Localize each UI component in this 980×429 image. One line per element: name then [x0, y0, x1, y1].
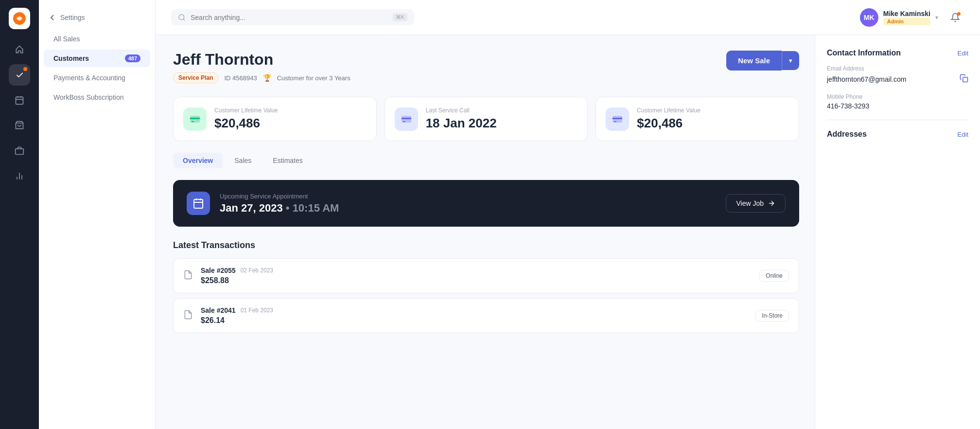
right-panel: Contact Information Edit Email Address j… — [815, 35, 980, 429]
email-label: Email Address — [827, 65, 968, 72]
sidebar-back-label: Settings — [60, 14, 85, 21]
stats-row: Customer Lifetime Value $20,486 Last Ser… — [173, 97, 799, 141]
tab-sales[interactable]: Sales — [225, 153, 261, 168]
email-value: jeffthornton67@gmail.com — [827, 75, 906, 83]
txn-info-2: Sale #2041 01 Feb 2023 $26.14 — [201, 306, 748, 325]
txn-amount-2: $26.14 — [201, 316, 748, 325]
address-edit-link[interactable]: Edit — [958, 131, 968, 138]
sidebar-item-label: Payments & Accounting — [53, 74, 125, 82]
svg-rect-9 — [403, 121, 405, 122]
user-menu-chevron-icon: ▾ — [935, 14, 938, 21]
stat-info: Customer Lifetime Value $20,486 — [214, 107, 278, 131]
stat-icon-lifetime-2 — [606, 107, 629, 131]
customer-name: Jeff Thornton — [173, 51, 350, 69]
search-input[interactable] — [191, 14, 388, 21]
svg-rect-11 — [612, 118, 622, 119]
txn-badge-2: In-Store — [755, 310, 789, 322]
tab-overview[interactable]: Overview — [173, 153, 223, 168]
appointment-separator: • — [286, 202, 293, 214]
panel-divider — [827, 120, 968, 120]
address-section-header: Addresses Edit — [827, 130, 968, 139]
bell-notification-dot — [957, 12, 961, 16]
transaction-item-2[interactable]: Sale #2041 01 Feb 2023 $26.14 In-Store — [173, 298, 799, 333]
user-name: Mike Kaminski — [883, 10, 930, 18]
appointment-label: Upcoming Service Appointment — [220, 193, 716, 200]
new-sale-button[interactable]: New Sale — [726, 51, 782, 71]
appointment-datetime: Jan 27, 2023 • 10:15 AM — [220, 202, 716, 214]
sidebar-item-all-sales[interactable]: All Sales — [44, 30, 150, 48]
tabs-row: Overview Sales Estimates — [173, 153, 799, 168]
contact-title: Contact Information — [827, 49, 901, 57]
transaction-item-1[interactable]: Sale #2055 02 Feb 2023 $258.88 Online — [173, 258, 799, 293]
txn-top-2: Sale #2041 01 Feb 2023 — [201, 306, 748, 314]
card-icon-2 — [401, 113, 412, 125]
appointment-icon — [187, 192, 210, 215]
stat-label-3: Customer Lifetime Value — [637, 107, 700, 114]
arrow-right-icon — [768, 199, 775, 207]
stat-icon-lifetime — [183, 107, 207, 131]
view-job-button[interactable]: View Job — [726, 194, 786, 213]
svg-rect-12 — [614, 121, 616, 122]
briefcase-icon[interactable] — [9, 140, 30, 161]
stat-label: Customer Lifetime Value — [214, 107, 278, 114]
stat-info-2: Last Service Call 18 Jan 2022 — [426, 107, 497, 131]
svg-rect-1 — [16, 97, 23, 104]
sidebar-item-payments[interactable]: Payments & Accounting — [44, 69, 150, 87]
stat-card-lifetime-value-2: Customer Lifetime Value $20,486 — [595, 97, 799, 141]
txn-sale-num-1: Sale #2055 — [201, 267, 236, 274]
phone-row: 416-738-3293 — [827, 102, 968, 110]
customer-id: ID 4568943 — [224, 74, 257, 82]
sidebar-item-label: Customers — [53, 54, 89, 62]
stat-card-lifetime-value: Customer Lifetime Value $20,486 — [173, 97, 377, 141]
content: Jeff Thornton Service Plan ID 4568943 🏆 … — [156, 35, 980, 429]
sidebar-item-workboss[interactable]: WorkBoss Subscription — [44, 89, 150, 106]
appointment-info: Upcoming Service Appointment Jan 27, 202… — [220, 193, 716, 214]
svg-rect-6 — [192, 121, 194, 122]
appointment-card: Upcoming Service Appointment Jan 27, 202… — [173, 180, 799, 227]
home-icon[interactable] — [9, 39, 30, 60]
sidebar: Settings All Sales Customers 487 Payment… — [39, 0, 156, 429]
stat-value-2: 18 Jan 2022 — [426, 116, 497, 131]
svg-rect-14 — [963, 77, 968, 82]
txn-sale-num-2: Sale #2041 — [201, 306, 236, 314]
txn-amount-1: $258.88 — [201, 276, 752, 285]
new-sale-wrap: New Sale ▾ — [726, 51, 799, 71]
email-row: jeffthornton67@gmail.com — [827, 74, 968, 85]
contact-edit-link[interactable]: Edit — [958, 50, 968, 57]
customer-info: Jeff Thornton Service Plan ID 4568943 🏆 … — [173, 51, 350, 83]
customer-years: Customer for over 3 Years — [277, 74, 350, 82]
service-plan-tag: Service Plan — [173, 72, 218, 83]
svg-point-3 — [179, 15, 184, 20]
stat-label-2: Last Service Call — [426, 107, 497, 114]
copy-email-icon[interactable] — [960, 74, 968, 85]
trophy-icon: 🏆 — [263, 74, 271, 82]
cart-icon[interactable] — [9, 115, 30, 136]
user-menu[interactable]: MK Mike Kaminski Admin ▾ — [860, 8, 938, 27]
txn-badge-1: Online — [759, 270, 789, 282]
notifications-bell[interactable] — [946, 8, 964, 27]
stat-card-last-service: Last Service Call 18 Jan 2022 — [385, 97, 588, 141]
search-bar[interactable]: ⌘K — [171, 9, 414, 25]
tasks-badge — [23, 67, 27, 71]
search-shortcut: ⌘K — [393, 13, 407, 21]
svg-rect-8 — [402, 118, 411, 119]
chart-icon[interactable] — [9, 165, 30, 187]
txn-info-1: Sale #2055 02 Feb 2023 $258.88 — [201, 267, 752, 285]
calendar-appt-icon — [192, 197, 204, 209]
tasks-icon[interactable] — [9, 64, 30, 86]
calendar-icon[interactable] — [9, 89, 30, 111]
content-main: Jeff Thornton Service Plan ID 4568943 🏆 … — [156, 35, 815, 429]
sidebar-item-customers[interactable]: Customers 487 — [44, 50, 150, 67]
avatar: MK — [860, 8, 878, 27]
sidebar-back-button[interactable]: Settings — [39, 10, 155, 29]
sidebar-item-label: All Sales — [53, 35, 80, 43]
txn-top-1: Sale #2055 02 Feb 2023 — [201, 267, 752, 274]
tab-estimates[interactable]: Estimates — [263, 153, 312, 168]
txn-date-1: 02 Feb 2023 — [241, 267, 273, 274]
user-info: Mike Kaminski Admin — [883, 10, 930, 25]
customers-badge: 487 — [125, 54, 140, 62]
stat-info-3: Customer Lifetime Value $20,486 — [637, 107, 700, 131]
phone-field: Mobile Phone 416-738-3293 — [827, 93, 968, 110]
user-role: Admin — [883, 18, 930, 25]
new-sale-dropdown-button[interactable]: ▾ — [782, 51, 799, 70]
